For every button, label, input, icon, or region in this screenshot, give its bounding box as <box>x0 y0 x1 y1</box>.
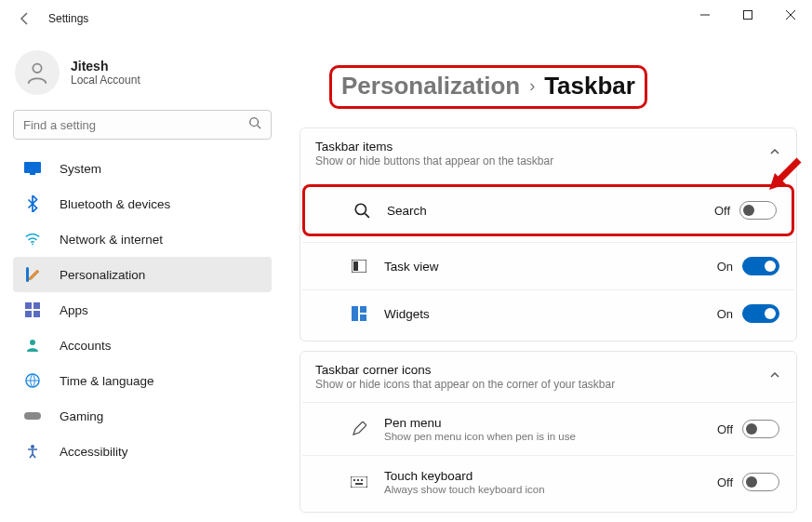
toggle-state: On <box>717 260 733 274</box>
svg-rect-16 <box>353 261 358 271</box>
maximize-button[interactable] <box>726 0 769 30</box>
profile-name: Jitesh <box>71 59 140 74</box>
search-box[interactable] <box>13 110 272 140</box>
account-icon <box>22 335 43 355</box>
svg-rect-3 <box>24 162 41 173</box>
avatar <box>15 50 60 95</box>
person-icon <box>24 60 50 86</box>
widgets-icon <box>349 303 369 324</box>
sidebar: Jitesh Local Account System Bluetooth & … <box>0 37 279 522</box>
sidebar-item-accessibility[interactable]: Accessibility <box>13 434 272 469</box>
svg-point-1 <box>33 64 41 73</box>
accessibility-icon <box>22 441 43 462</box>
section-taskbar-items: Taskbar items Show or hide buttons that … <box>300 127 797 341</box>
row-touch-keyboard: Touch keyboard Always show touch keyboar… <box>302 455 794 508</box>
svg-point-13 <box>31 445 34 448</box>
monitor-icon <box>22 158 43 179</box>
apps-icon <box>22 300 43 320</box>
minimize-button[interactable] <box>684 0 726 30</box>
sidebar-item-apps[interactable]: Apps <box>13 292 272 328</box>
svg-point-14 <box>355 204 366 214</box>
bluetooth-icon <box>22 194 43 214</box>
sidebar-item-label: Gaming <box>60 409 103 423</box>
svg-rect-19 <box>360 315 366 321</box>
svg-point-5 <box>32 244 33 246</box>
toggle-touch[interactable] <box>742 473 779 491</box>
svg-point-2 <box>250 118 259 127</box>
row-label: Touch keyboard <box>384 469 717 483</box>
svg-rect-22 <box>357 479 359 481</box>
search-icon <box>352 200 372 221</box>
svg-rect-23 <box>361 479 363 481</box>
annotation-arrow <box>765 156 803 197</box>
toggle-widgets[interactable] <box>742 304 779 323</box>
close-icon <box>786 10 795 20</box>
svg-rect-4 <box>30 173 35 175</box>
row-label: Task view <box>384 260 717 274</box>
row-label: Pen menu <box>384 416 717 430</box>
back-button[interactable] <box>11 5 39 33</box>
sidebar-item-label: Time & language <box>60 374 154 388</box>
breadcrumb-current: Taskbar <box>544 72 635 100</box>
section-desc: Show or hide buttons that appear on the … <box>315 154 553 167</box>
gaming-icon <box>22 406 43 426</box>
globe-icon <box>22 370 43 391</box>
section-header-corner-icons[interactable]: Taskbar corner icons Show or hide icons … <box>300 352 796 402</box>
sidebar-item-gaming[interactable]: Gaming <box>13 398 272 434</box>
maximize-icon <box>743 10 752 20</box>
section-title: Taskbar corner icons <box>315 363 615 377</box>
sidebar-item-time[interactable]: Time & language <box>13 363 272 398</box>
toggle-search[interactable] <box>739 201 777 220</box>
keyboard-icon <box>349 472 369 492</box>
sidebar-item-label: Accessibility <box>60 445 128 459</box>
sidebar-item-personalization[interactable]: Personalization <box>13 257 272 292</box>
toggle-state: Off <box>714 204 730 218</box>
title-bar: Settings <box>0 0 812 37</box>
section-title: Taskbar items <box>315 140 553 154</box>
sidebar-item-label: Personalization <box>60 268 145 282</box>
chevron-right-icon: › <box>529 76 535 96</box>
content-area: Personalization › Taskbar Taskbar items … <box>279 37 812 522</box>
profile-subtitle: Local Account <box>71 74 140 87</box>
svg-rect-12 <box>24 412 41 420</box>
svg-rect-6 <box>25 302 32 309</box>
close-button[interactable] <box>769 0 812 30</box>
svg-rect-20 <box>351 476 367 488</box>
section-desc: Show or hide icons that appear on the co… <box>315 378 615 391</box>
svg-rect-18 <box>360 306 366 313</box>
row-search: Search Off <box>302 184 794 236</box>
sidebar-item-label: Apps <box>60 303 88 317</box>
row-label: Widgets <box>384 307 717 321</box>
search-input[interactable] <box>23 118 248 132</box>
sidebar-item-accounts[interactable]: Accounts <box>13 328 272 363</box>
taskview-icon <box>349 256 369 276</box>
svg-rect-21 <box>353 479 355 481</box>
row-label: Search <box>387 204 714 218</box>
row-desc: Always show touch keyboard icon <box>384 484 717 495</box>
toggle-taskview[interactable] <box>742 257 779 275</box>
section-corner-icons: Taskbar corner icons Show or hide icons … <box>300 351 797 513</box>
toggle-pen[interactable] <box>742 420 779 438</box>
svg-rect-8 <box>25 311 32 317</box>
wifi-icon <box>22 229 43 249</box>
svg-rect-24 <box>355 483 363 485</box>
breadcrumb-parent[interactable]: Personalization <box>341 72 520 100</box>
svg-rect-9 <box>33 311 40 317</box>
section-header-taskbar-items[interactable]: Taskbar items Show or hide buttons that … <box>300 128 796 179</box>
breadcrumb: Personalization › Taskbar <box>329 65 647 109</box>
sidebar-item-system[interactable]: System <box>13 151 272 186</box>
sidebar-item-network[interactable]: Network & internet <box>13 221 272 257</box>
toggle-state: Off <box>717 422 733 436</box>
row-taskview: Task view On <box>302 242 794 289</box>
paintbrush-icon <box>22 264 43 285</box>
nav-list: System Bluetooth & devices Network & int… <box>13 151 272 469</box>
sidebar-item-bluetooth[interactable]: Bluetooth & devices <box>13 186 272 221</box>
sidebar-item-label: Network & internet <box>60 233 163 247</box>
toggle-state: Off <box>717 475 733 489</box>
svg-rect-0 <box>744 11 752 20</box>
window-title: Settings <box>48 12 88 25</box>
row-desc: Show pen menu icon when pen is in use <box>384 431 717 442</box>
profile-block[interactable]: Jitesh Local Account <box>13 50 272 95</box>
sidebar-item-label: Accounts <box>60 339 112 353</box>
toggle-state: On <box>717 307 733 321</box>
